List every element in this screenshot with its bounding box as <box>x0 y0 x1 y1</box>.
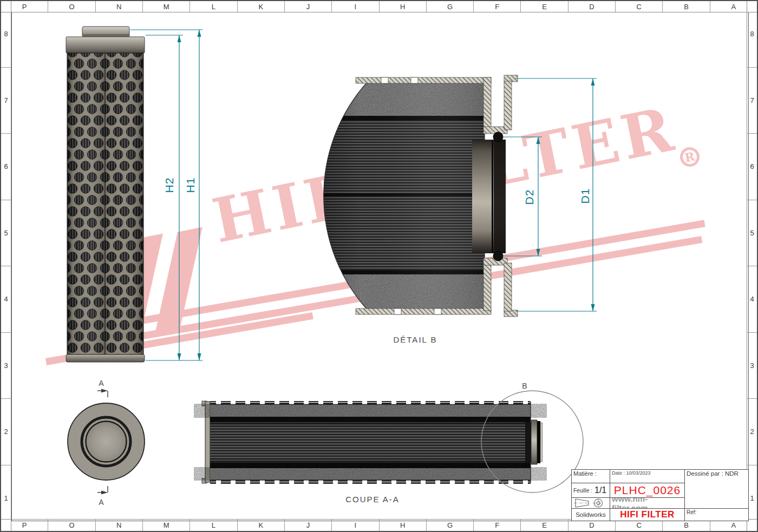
grid-row-label: 3 <box>747 333 757 399</box>
grid-col-label: O <box>48 1 95 12</box>
top-spigot-lip <box>82 34 129 37</box>
drawing-sheet: HIFI FILTER R <box>0 0 758 532</box>
grid-row-label: 6 <box>1 134 11 200</box>
grid-col-label: P <box>1 1 48 12</box>
grid-col-label: N <box>96 1 143 12</box>
technical-drawing-canvas: H2 H1 A A <box>1 1 758 532</box>
left-cap-edge <box>205 402 210 482</box>
dim-label-d1: D1 <box>579 188 591 204</box>
grid-col-label: I <box>332 520 379 531</box>
grid-row-label: 4 <box>1 266 11 333</box>
bore-shadow <box>494 140 506 253</box>
top-view: A A <box>68 379 145 507</box>
dim-label-d2: D2 <box>523 189 535 205</box>
section-view: B COUPE A-A <box>202 382 583 504</box>
grid-row-label: 5 <box>747 200 757 267</box>
section-view-title: COUPE A-A <box>345 495 400 504</box>
grid-row-label: 5 <box>1 200 11 267</box>
o-ring-bottom <box>493 251 503 261</box>
drawn-by-field: Dessiné par : NDR <box>685 470 748 509</box>
grid-col-label: L <box>190 520 237 531</box>
detail-marker-label: B <box>522 382 528 390</box>
front-view: H2 H1 <box>66 27 202 362</box>
media-shading <box>210 422 531 463</box>
grid-row-label: 4 <box>747 266 757 333</box>
grid-band-right: 8 7 6 5 4 3 2 1 <box>747 1 757 531</box>
mesh-serration-bottom <box>210 480 531 484</box>
bottom-end-cap <box>66 354 145 362</box>
dim-label-h2: H2 <box>163 178 175 193</box>
grid-row-label: 2 <box>747 399 757 465</box>
grid-col-label: M <box>143 520 190 531</box>
website-text: www.hifi-filter.com <box>610 498 685 509</box>
grid-col-label: B <box>663 1 710 12</box>
support-band-top <box>210 417 531 422</box>
ref-label: Ref: <box>685 509 748 521</box>
spigot-ring <box>531 420 537 464</box>
grid-row-label: 7 <box>747 68 757 134</box>
inner-disc <box>87 422 126 461</box>
grid-col-label: H <box>380 1 427 12</box>
end-seal-band <box>525 422 531 463</box>
grid-col-label: G <box>427 1 474 12</box>
grid-col-label: C <box>616 1 663 12</box>
part-number: PLHC_0026 <box>610 483 685 498</box>
shell-seam <box>104 53 106 354</box>
grid-row-label: 7 <box>1 68 11 134</box>
grid-row-label: 3 <box>1 333 11 399</box>
title-block: Matière : Date : 10/03/2023 Dessiné par … <box>571 469 749 521</box>
grid-row-label: 6 <box>747 134 757 200</box>
detail-body-layers <box>304 77 491 311</box>
grid-col-label: O <box>48 520 95 531</box>
shell-texture <box>210 468 531 480</box>
mesh-serration-top <box>210 401 531 405</box>
dimension-arrowheads <box>178 30 201 360</box>
grid-col-label: E <box>521 1 568 12</box>
o-ring-top <box>493 132 503 142</box>
bore-edge <box>492 140 493 253</box>
software-label: Solidworks <box>572 509 610 521</box>
grid-col-label: F <box>474 1 521 12</box>
grid-col-label: I <box>332 1 379 12</box>
material-label: Matière : <box>572 470 610 483</box>
grid-col-label: C <box>616 520 663 531</box>
grid-col-label: J <box>285 1 332 12</box>
grid-col-label: E <box>521 520 568 531</box>
grid-row-label: 2 <box>1 399 11 465</box>
grid-col-label: P <box>1 520 48 531</box>
grid-col-label: K <box>238 520 285 531</box>
grid-col-label: A <box>710 520 757 531</box>
grid-col-label: M <box>143 1 190 12</box>
grid-col-label: D <box>568 1 616 12</box>
grid-band-top: P O N M L K J I H G F E D C B A <box>1 1 757 12</box>
top-end-cap <box>66 37 145 53</box>
grid-col-label: G <box>427 520 474 531</box>
spigot-tip <box>540 423 543 462</box>
grid-col-label: A <box>710 1 757 12</box>
dim-label-h1: H1 <box>184 178 197 193</box>
section-letter-top: A <box>99 379 104 387</box>
sheet-label: Feuille : <box>573 488 592 494</box>
spigot-seal <box>537 421 540 463</box>
detail-b-view: D2 D1 DÉTAIL B <box>304 75 597 344</box>
grid-col-label: D <box>568 520 616 531</box>
projection-symbol-icon <box>572 498 610 509</box>
brand-name: HIFI FILTER <box>610 509 685 521</box>
section-letter-bottom: A <box>99 498 104 507</box>
grid-col-label: F <box>474 520 521 531</box>
grid-col-label: K <box>238 1 285 12</box>
sheet-field: Feuille : 1/1 <box>572 483 610 498</box>
grid-col-label: B <box>663 520 710 531</box>
grid-col-label: L <box>190 1 237 12</box>
grid-col-label: N <box>96 520 143 531</box>
date-field: Date : 10/03/2023 <box>610 470 685 483</box>
detail-view-title: DÉTAIL B <box>393 335 437 344</box>
grid-col-label: H <box>380 520 427 531</box>
shell-texture <box>210 405 531 417</box>
grid-band-left: 8 7 6 5 4 3 2 1 <box>1 1 11 531</box>
support-band-bottom <box>210 463 531 468</box>
grid-col-label: J <box>285 520 332 531</box>
sheet-value: 1/1 <box>594 485 606 495</box>
